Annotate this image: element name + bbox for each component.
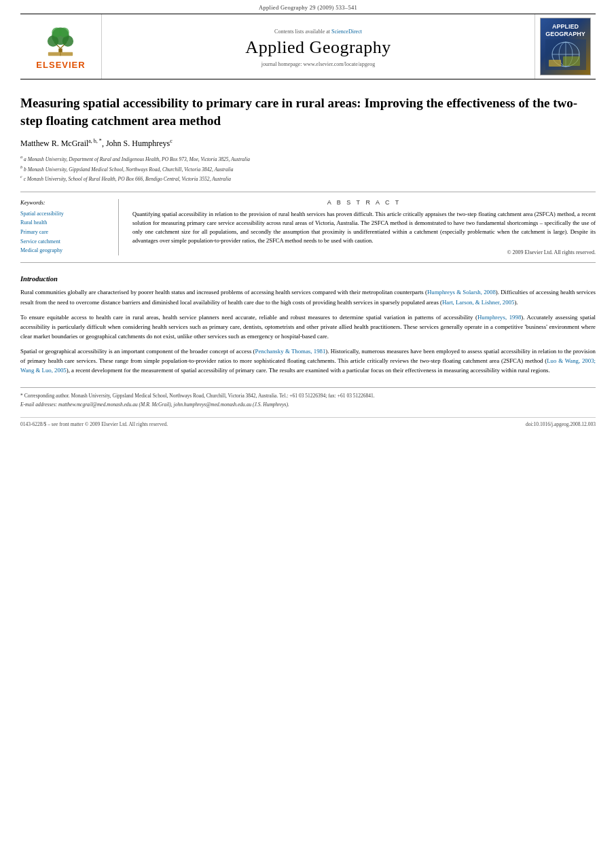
- journal-cover-image: APPLIED GEOGRAPHY: [540, 18, 591, 75]
- affil-super-c: c: [170, 138, 173, 144]
- intro-paragraph-2: To ensure equitable access to health car…: [20, 312, 596, 341]
- divider-1: [20, 192, 596, 192]
- abstract-label: A B S T R A C T: [132, 199, 596, 206]
- introduction-heading: Introduction: [20, 275, 596, 283]
- keyword-service-catchment[interactable]: Service catchment: [20, 237, 108, 247]
- affiliation-b: b b Monash University, Gippsland Medical…: [20, 164, 596, 174]
- ref-humphreys-1998[interactable]: Humphreys, 1998: [477, 314, 521, 321]
- ref-hart-larson[interactable]: Hart, Larson, & Lishner, 2005: [442, 299, 514, 306]
- svg-rect-16: [563, 56, 580, 66]
- svg-rect-15: [549, 60, 561, 67]
- journal-header: Applied Geography 29 (2009) 533–541: [0, 0, 616, 14]
- elsevier-wordmark: ELSEVIER: [36, 60, 85, 70]
- cover-title-line1: APPLIED: [552, 23, 579, 31]
- keywords-title: Keywords:: [20, 199, 108, 206]
- svg-point-7: [60, 27, 70, 37]
- footnote-corresponding: * Corresponding author. Monash Universit…: [20, 392, 596, 401]
- content-area: Measuring spatial accessibility to prima…: [20, 94, 596, 427]
- cover-graphic: [545, 39, 586, 70]
- ref-penchansky-thomas[interactable]: Penchansky & Thomas, 1981: [255, 348, 326, 355]
- affil-super-a: a, b, *: [88, 138, 102, 144]
- footnote-email: E-mail addresses: matthew.mcgrail@med.mo…: [20, 401, 596, 410]
- sciencedirect-line: Contents lists available at ScienceDirec…: [274, 29, 362, 35]
- copyright-line: © 2009 Elsevier Ltd. All rights reserved…: [132, 249, 596, 255]
- keyword-medical-geography[interactable]: Medical geography: [20, 246, 108, 255]
- abstract-text: Quantifying spatial accessibility in rel…: [132, 210, 596, 246]
- footnote-area: * Corresponding author. Monash Universit…: [20, 387, 596, 410]
- intro-paragraph-1: Rural communities globally are character…: [20, 287, 596, 306]
- elsevier-tree-icon: [40, 24, 81, 58]
- banner-center: Contents lists available at ScienceDirec…: [102, 14, 535, 79]
- sciencedirect-link[interactable]: ScienceDirect: [331, 29, 362, 35]
- issn-text: 0143-6228/$ – see front matter © 2009 El…: [20, 421, 168, 427]
- bottom-bar: 0143-6228/$ – see front matter © 2009 El…: [20, 417, 596, 427]
- cover-title-line2: GEOGRAPHY: [545, 31, 585, 38]
- affiliations: a a Monash University, Department of Rur…: [20, 154, 596, 183]
- elsevier-logo-area: ELSEVIER: [20, 14, 102, 79]
- article-title: Measuring spatial accessibility to prima…: [20, 94, 596, 129]
- journal-title-banner: Applied Geography: [245, 37, 391, 58]
- banner-right: APPLIED GEOGRAPHY: [535, 14, 596, 79]
- ref-luo-wang[interactable]: Luo & Wang, 2003; Wang & Luo, 2005: [20, 357, 596, 374]
- keyword-spatial-accessibility[interactable]: Spatial accessibility: [20, 209, 108, 219]
- introduction-section: Introduction Rural communities globally …: [20, 275, 596, 375]
- abstract-section: Keywords: Spatial accessibility Rural he…: [20, 199, 596, 256]
- doi-text: doi:10.1016/j.apgeog.2008.12.003: [526, 421, 596, 427]
- intro-paragraph-3: Spatial or geographical accessibility is…: [20, 346, 596, 375]
- keywords-column: Keywords: Spatial accessibility Rural he…: [20, 199, 119, 256]
- authors-line: Matthew R. McGraila, b, *, John S. Humph…: [20, 137, 596, 149]
- affiliation-c: c c Monash University, School of Rural H…: [20, 173, 596, 183]
- keyword-primary-care[interactable]: Primary care: [20, 228, 108, 237]
- elsevier-logo: ELSEVIER: [36, 24, 85, 70]
- divider-2: [20, 262, 596, 263]
- journal-citation: Applied Geography 29 (2009) 533–541: [259, 4, 357, 11]
- journal-banner: ELSEVIER Contents lists available at Sci…: [20, 14, 596, 79]
- journal-homepage: journal homepage: www.elsevier.com/locat…: [261, 61, 375, 67]
- keyword-rural-health[interactable]: Rural health: [20, 218, 108, 228]
- ref-humphreys-solarsh[interactable]: Humphreys & Solarsh, 2008: [427, 289, 496, 296]
- abstract-column: A B S T R A C T Quantifying spatial acce…: [132, 199, 596, 256]
- author-mcgrail: Matthew R. McGrail: [20, 139, 88, 148]
- affiliation-a: a a Monash University, Department of Rur…: [20, 154, 596, 164]
